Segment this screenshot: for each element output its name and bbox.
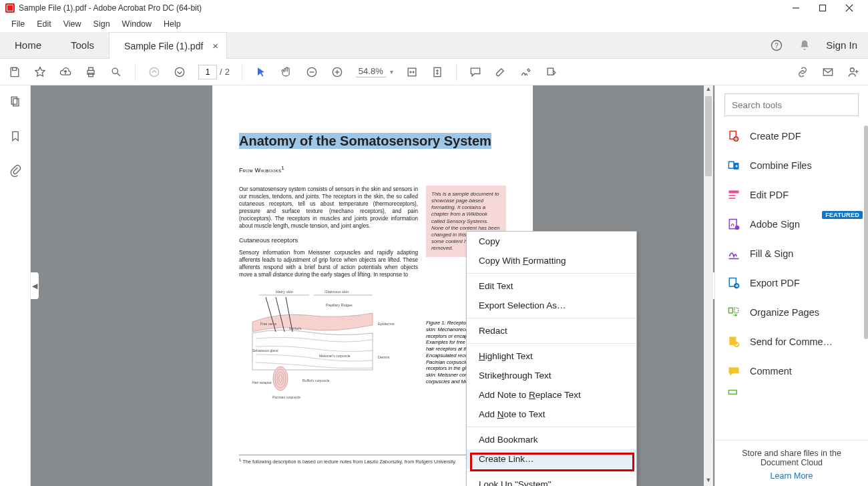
fit-page-icon[interactable]	[431, 65, 444, 79]
menu-view[interactable]: View	[57, 19, 87, 29]
sign-tool-icon[interactable]	[519, 65, 533, 79]
page-up-icon[interactable]	[148, 65, 161, 79]
svg-text:?: ?	[775, 41, 779, 49]
learn-more-link[interactable]: Learn More	[724, 471, 859, 481]
svg-rect-25	[13, 99, 18, 106]
svg-text:Merkel's: Merkel's	[289, 326, 302, 330]
bell-icon[interactable]	[798, 39, 811, 52]
tab-document[interactable]: Sample File (1).pdf ×	[109, 32, 227, 59]
save-icon[interactable]	[8, 65, 21, 79]
ctx-redact[interactable]: Redact	[467, 321, 636, 340]
menu-help[interactable]: Help	[158, 19, 187, 29]
tab-home[interactable]: Home	[0, 32, 56, 58]
search-tools-input[interactable]	[724, 93, 859, 116]
fit-width-icon[interactable]	[405, 65, 419, 79]
svg-rect-9	[89, 73, 93, 76]
featured-badge: FEATURED	[822, 211, 863, 219]
ctx-edit-text[interactable]: Edit Text	[467, 276, 636, 296]
tool-edit-pdf[interactable]: Edit PDF	[715, 180, 868, 210]
svg-text:Epidermis: Epidermis	[378, 322, 395, 326]
svg-point-10	[112, 68, 118, 73]
toolbar: / 2 54.8% ▾	[0, 59, 868, 85]
fill-sign-icon	[727, 247, 740, 260]
tab-close-icon[interactable]: ×	[212, 40, 218, 51]
star-icon[interactable]	[33, 65, 47, 79]
tools-panel: Create PDF Combine Files Edit PDF FEATUR…	[714, 85, 868, 486]
stamp-tool-icon[interactable]	[545, 65, 558, 79]
svg-text:Meissner's corpuscle: Meissner's corpuscle	[319, 354, 351, 358]
doc-paragraph: Sensory information from Meissner corpus…	[239, 249, 418, 278]
ctx-add-bookmark[interactable]: Add Bookmark	[467, 430, 636, 449]
add-person-icon[interactable]	[847, 65, 860, 79]
menu-bar: File Edit View Sign Window Help	[0, 16, 868, 32]
page-number-input[interactable]	[198, 65, 217, 79]
comment-icon[interactable]	[469, 65, 482, 79]
svg-rect-64	[729, 391, 737, 395]
menu-window[interactable]: Window	[116, 19, 158, 29]
ctx-copy-formatting[interactable]: Copy With Formatting	[467, 251, 636, 270]
zoom-in-icon[interactable]	[331, 65, 344, 79]
print-icon[interactable]	[84, 65, 97, 79]
ctx-look-up[interactable]: Look Up "System"	[467, 475, 636, 486]
ctx-highlight[interactable]: Highlight Text	[467, 346, 636, 366]
menu-edit[interactable]: Edit	[31, 19, 57, 29]
close-window-button[interactable]	[836, 0, 863, 16]
svg-text:Ruffini's corpuscle: Ruffini's corpuscle	[302, 379, 330, 383]
help-icon[interactable]: ?	[770, 39, 783, 52]
tool-export-pdf[interactable]: Export PDF	[715, 268, 868, 298]
svg-rect-6	[13, 67, 17, 70]
organize-pages-icon	[727, 306, 740, 319]
ctx-strikethrough[interactable]: Strikethrough Text	[467, 366, 636, 385]
highlight-tool-icon[interactable]	[494, 65, 507, 79]
tool-combine-files[interactable]: Combine Files	[715, 151, 868, 180]
svg-text:Hair receptor: Hair receptor	[252, 381, 272, 385]
svg-point-63	[734, 342, 739, 347]
ctx-add-note[interactable]: Add Note to Text	[467, 405, 636, 424]
tool-create-pdf[interactable]: Create PDF	[715, 121, 868, 151]
sign-in-link[interactable]: Sign In	[826, 39, 857, 51]
tab-tools[interactable]: Tools	[56, 32, 109, 58]
tool-more[interactable]	[715, 386, 868, 402]
ctx-copy[interactable]: Copy	[467, 232, 636, 251]
tools-scrollbar[interactable]	[863, 121, 868, 440]
attachment-icon[interactable]	[9, 164, 22, 180]
thumbnails-icon[interactable]	[9, 95, 22, 111]
minimize-button[interactable]	[783, 0, 809, 16]
svg-text:Papillary Ridges: Papillary Ridges	[326, 303, 353, 307]
tool-organize-pages[interactable]: Organize Pages	[715, 298, 868, 327]
hand-icon[interactable]	[280, 65, 293, 79]
cloud-upload-icon[interactable]	[59, 65, 72, 79]
export-pdf-icon	[727, 276, 740, 290]
zoom-dropdown[interactable]: 54.8% ▾	[356, 66, 393, 77]
tool-send-comments[interactable]: Send for Comme…	[715, 327, 868, 356]
vertical-scrollbar[interactable]: ▲▼	[704, 85, 713, 486]
svg-rect-53	[729, 195, 736, 196]
zoom-out-icon[interactable]	[305, 65, 318, 79]
ctx-add-note-replace[interactable]: Add Note to Replace Text	[467, 385, 636, 405]
ctx-create-link[interactable]: Create Link…	[467, 449, 636, 469]
adobe-sign-icon	[727, 218, 740, 231]
svg-text:Sebaceous gland: Sebaceous gland	[252, 348, 278, 352]
document-viewport[interactable]: ◀ ▶ ▲▼ Anatomy of the Somatosensory Syst…	[31, 85, 714, 486]
edit-pdf-icon	[727, 188, 740, 202]
arrow-cursor-icon[interactable]	[254, 65, 268, 79]
menu-file[interactable]: File	[5, 19, 31, 29]
bookmark-ribbon-icon[interactable]	[9, 130, 22, 146]
share-link-icon[interactable]	[796, 65, 809, 79]
find-icon[interactable]	[110, 65, 123, 79]
page-down-icon[interactable]	[173, 65, 186, 79]
email-icon[interactable]	[821, 65, 835, 79]
doc-title: Anatomy of the Somatosensory System	[239, 134, 506, 149]
svg-rect-61	[734, 308, 738, 313]
ctx-export-selection[interactable]: Export Selection As…	[467, 296, 636, 315]
tool-comment[interactable]: Comment	[715, 356, 868, 386]
svg-point-23	[850, 67, 854, 71]
tool-adobe-sign[interactable]: FEATURED Adobe Sign	[715, 210, 868, 239]
menu-sign[interactable]: Sign	[87, 19, 116, 29]
tool-fill-sign[interactable]: Fill & Sign	[715, 239, 868, 268]
collapse-left-icon[interactable]: ◀	[31, 272, 39, 299]
svg-text:Hairy skin: Hairy skin	[276, 290, 293, 294]
svg-text:Free nerve: Free nerve	[260, 322, 276, 326]
zoom-value: 54.8%	[356, 66, 386, 77]
maximize-button[interactable]	[809, 0, 836, 16]
